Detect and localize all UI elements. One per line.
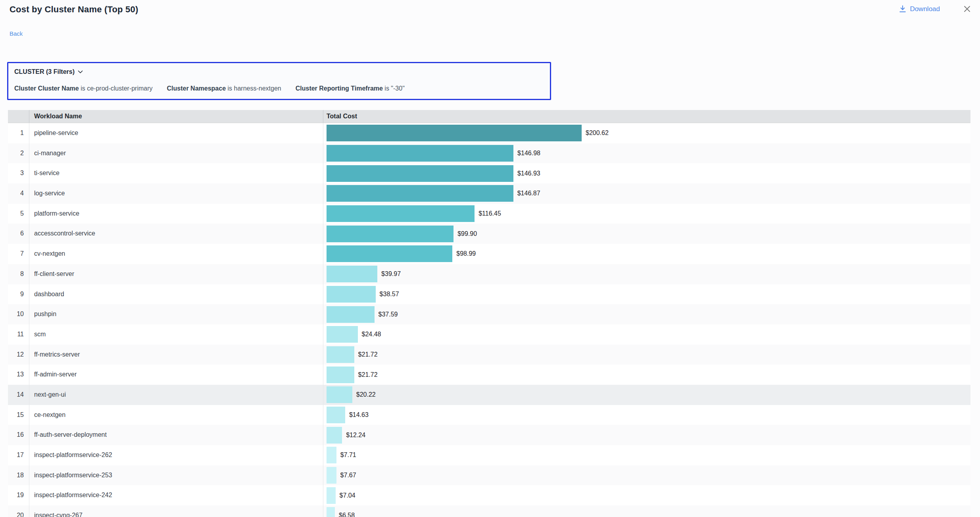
filter-chip[interactable]: Cluster Cluster Name is ce-prod-cluster-…: [14, 85, 153, 92]
cost-value: $146.98: [517, 150, 540, 157]
table-row[interactable]: 5platform-service$116.45: [8, 204, 970, 224]
page-title: Cost by Cluster Name (Top 50): [10, 4, 138, 15]
cost-value: $146.93: [517, 170, 540, 177]
workload-name-cell: ce-nextgen: [29, 405, 323, 425]
workload-name-cell: inspect-platformservice-253: [29, 465, 323, 486]
table-row[interactable]: 19inspect-platformservice-242$7.04: [8, 485, 970, 505]
table-row[interactable]: 7cv-nextgen$98.99: [8, 244, 970, 264]
cost-value: $200.62: [586, 129, 609, 137]
cost-value: $116.45: [478, 210, 501, 217]
table-row[interactable]: 20inspect-cvng-267$6.58: [8, 505, 970, 517]
cost-value: $24.48: [362, 331, 381, 338]
filter-chip[interactable]: Cluster Namespace is harness-nextgen: [167, 85, 281, 92]
table-row[interactable]: 8ff-client-server$39.97: [8, 264, 970, 284]
table-row[interactable]: 3ti-service$146.93: [8, 163, 970, 183]
cost-value: $37.59: [379, 311, 398, 318]
back-link[interactable]: Back: [10, 30, 23, 37]
cost-bar: [327, 306, 375, 323]
total-cost-cell: $14.63: [323, 405, 970, 425]
row-rank: 20: [8, 505, 29, 517]
cost-value: $21.72: [358, 351, 378, 358]
row-rank: 9: [8, 284, 29, 305]
workload-name-cell: cv-nextgen: [29, 244, 323, 264]
filter-field: Cluster Namespace: [167, 85, 226, 92]
workload-name-cell: inspect-cvng-267: [29, 505, 323, 517]
row-rank: 14: [8, 385, 29, 405]
workload-name-cell: pushpin: [29, 304, 323, 324]
table-row[interactable]: 14next-gen-ui$20.22: [8, 385, 970, 405]
total-cost-cell: $39.97: [323, 264, 970, 284]
filter-value: ce-prod-cluster-primary: [87, 85, 152, 92]
row-rank: 18: [8, 465, 29, 486]
total-cost-cell: $146.93: [323, 163, 970, 183]
table-row[interactable]: 12ff-metrics-server$21.72: [8, 345, 970, 365]
cost-bar: [327, 367, 354, 383]
table-row[interactable]: 10pushpin$37.59: [8, 304, 970, 324]
table-row[interactable]: 4log-service$146.87: [8, 183, 970, 204]
cost-bar: [327, 346, 354, 363]
workload-name-cell: ci-manager: [29, 143, 323, 164]
cost-bar: [327, 427, 342, 444]
cost-bar: [327, 165, 513, 182]
cost-value: $7.04: [340, 492, 355, 499]
filter-operator: is: [226, 85, 234, 92]
table-row[interactable]: 9dashboard$38.57: [8, 284, 970, 305]
workload-name-cell: pipeline-service: [29, 123, 323, 143]
row-rank: 3: [8, 163, 29, 183]
table-row[interactable]: 17inspect-platformservice-262$7.71: [8, 445, 970, 465]
total-cost-cell: $38.57: [323, 284, 970, 305]
cost-bar: [327, 125, 582, 141]
row-rank: 2: [8, 143, 29, 164]
workload-name-cell: ti-service: [29, 163, 323, 183]
cost-value: $7.71: [340, 451, 356, 459]
workload-name-cell: accesscontrol-service: [29, 224, 323, 244]
chevron-down-icon: [78, 70, 83, 73]
workload-name-cell: log-service: [29, 183, 323, 204]
row-rank: 13: [8, 365, 29, 385]
total-cost-cell: $7.71: [323, 445, 970, 465]
close-button[interactable]: [963, 5, 971, 13]
cost-bar: [327, 185, 513, 202]
total-cost-cell: $21.72: [323, 345, 970, 365]
cost-bar: [327, 205, 475, 222]
cost-bar: [327, 145, 513, 162]
table-row[interactable]: 1pipeline-service$200.62: [8, 123, 970, 143]
row-rank: 11: [8, 324, 29, 345]
total-cost-cell: $146.98: [323, 143, 970, 164]
cost-bar: [327, 447, 336, 463]
row-rank: 8: [8, 264, 29, 284]
table-row[interactable]: 2ci-manager$146.98: [8, 143, 970, 164]
filter-field: Cluster Reporting Timeframe: [296, 85, 383, 92]
total-cost-cell: $116.45: [323, 204, 970, 224]
table-row[interactable]: 18inspect-platformservice-253$7.67: [8, 465, 970, 486]
row-rank: 1: [8, 123, 29, 143]
total-cost-cell: $6.58: [323, 505, 970, 517]
table-row[interactable]: 13ff-admin-server$21.72: [8, 365, 970, 385]
table-row[interactable]: 6accesscontrol-service$99.90: [8, 224, 970, 244]
workload-name-cell: ff-admin-server: [29, 365, 323, 385]
filter-value: "-30": [391, 85, 404, 92]
cost-bar: [327, 487, 336, 504]
download-button[interactable]: Download: [899, 5, 940, 13]
table-row[interactable]: 16ff-auth-server-deployment$12.24: [8, 425, 970, 445]
filter-dropdown-label: CLUSTER (3 Filters): [14, 68, 75, 75]
row-rank: 15: [8, 405, 29, 425]
cost-bar: [327, 245, 452, 262]
workload-name-cell: next-gen-ui: [29, 385, 323, 405]
cost-value: $38.57: [380, 291, 399, 298]
row-rank: 12: [8, 345, 29, 365]
table-row[interactable]: 11scm$24.48: [8, 324, 970, 345]
table-header-row: Workload Name Total Cost: [8, 110, 970, 123]
filter-dropdown-toggle[interactable]: CLUSTER (3 Filters): [14, 68, 83, 75]
cost-bar: [327, 507, 335, 517]
row-rank: 4: [8, 183, 29, 204]
download-label: Download: [910, 5, 940, 13]
total-cost-column-header: Total Cost: [323, 110, 970, 123]
workload-name-cell: inspect-platformservice-242: [29, 485, 323, 505]
filter-chip[interactable]: Cluster Reporting Timeframe is "-30": [296, 85, 405, 92]
cost-value: $146.87: [517, 190, 540, 197]
total-cost-cell: $21.72: [323, 365, 970, 385]
cost-bar: [327, 386, 352, 403]
row-rank: 19: [8, 485, 29, 505]
table-row[interactable]: 15ce-nextgen$14.63: [8, 405, 970, 425]
